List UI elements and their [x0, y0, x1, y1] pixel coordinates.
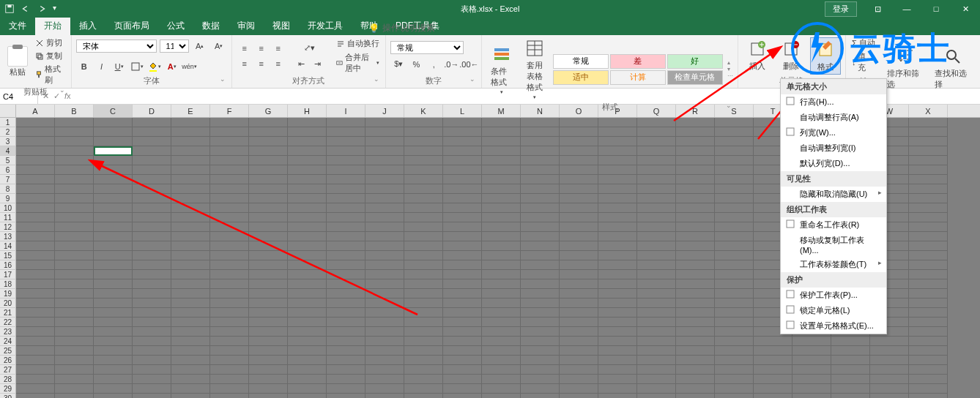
cell[interactable] — [482, 251, 521, 260]
cell[interactable] — [560, 384, 598, 394]
cell[interactable] — [404, 175, 443, 184]
cell[interactable] — [482, 213, 521, 222]
cell[interactable] — [133, 384, 171, 394]
cell[interactable] — [560, 356, 598, 365]
cell[interactable] — [55, 260, 94, 270]
col-header-F[interactable]: F — [210, 105, 249, 117]
cell[interactable] — [715, 137, 754, 146]
cell[interactable] — [249, 156, 288, 165]
font-size-select[interactable]: 11 — [160, 40, 189, 53]
cell[interactable] — [55, 384, 94, 394]
cell[interactable] — [365, 356, 404, 365]
font-name-select[interactable]: 宋体 — [76, 40, 157, 53]
cell[interactable] — [327, 346, 365, 356]
cell[interactable] — [598, 279, 637, 289]
tab-开始[interactable]: 开始 — [35, 17, 70, 35]
cell[interactable] — [171, 222, 210, 232]
cell[interactable] — [482, 356, 521, 365]
cell[interactable] — [637, 270, 676, 279]
cell[interactable] — [404, 260, 443, 270]
cell[interactable] — [792, 365, 831, 375]
cell[interactable] — [133, 289, 171, 298]
cell[interactable] — [55, 175, 94, 184]
cell[interactable] — [210, 118, 249, 127]
cell[interactable] — [404, 337, 443, 346]
cell[interactable] — [94, 318, 133, 327]
cell[interactable] — [870, 365, 909, 375]
cell[interactable] — [676, 251, 715, 260]
cell[interactable] — [171, 137, 210, 146]
cell[interactable] — [598, 146, 637, 156]
cell[interactable] — [55, 375, 94, 384]
cell[interactable] — [249, 165, 288, 175]
cell[interactable] — [676, 384, 715, 394]
cell[interactable] — [676, 270, 715, 279]
cell[interactable] — [637, 184, 676, 194]
cell[interactable] — [909, 175, 948, 184]
cell[interactable] — [210, 318, 249, 327]
cell[interactable] — [94, 165, 133, 175]
increase-indent-icon[interactable]: ⇥ — [310, 57, 326, 72]
cell[interactable] — [365, 194, 404, 203]
bold-button[interactable]: B — [76, 59, 92, 74]
cell[interactable] — [171, 156, 210, 165]
cell[interactable] — [288, 194, 327, 203]
cell[interactable] — [598, 165, 637, 175]
cell[interactable] — [598, 384, 637, 394]
cell[interactable] — [443, 213, 482, 222]
increase-font-icon[interactable]: A▴ — [192, 39, 208, 53]
cell[interactable] — [482, 298, 521, 308]
cell[interactable] — [16, 156, 55, 165]
cell[interactable] — [55, 308, 94, 318]
cell[interactable] — [171, 184, 210, 194]
cell[interactable] — [210, 270, 249, 279]
cell[interactable] — [560, 194, 598, 203]
cell[interactable] — [210, 327, 249, 337]
cell[interactable] — [365, 203, 404, 213]
cell[interactable] — [133, 118, 171, 127]
cell[interactable] — [365, 241, 404, 251]
gallery-more-icon[interactable]: ⋯ — [727, 72, 733, 79]
cell[interactable] — [598, 127, 637, 137]
tab-开发工具[interactable]: 开发工具 — [299, 17, 352, 35]
cell[interactable] — [637, 203, 676, 213]
row-header[interactable]: 10 — [0, 203, 16, 213]
cell[interactable] — [404, 137, 443, 146]
decrease-font-icon[interactable]: A▾ — [211, 39, 227, 53]
cell[interactable] — [521, 298, 560, 308]
cell[interactable] — [676, 146, 715, 156]
cell[interactable] — [288, 337, 327, 346]
cell[interactable] — [715, 127, 754, 137]
cell[interactable] — [327, 327, 365, 337]
cell[interactable] — [16, 137, 55, 146]
cell[interactable] — [909, 289, 948, 298]
cell[interactable] — [521, 308, 560, 318]
cell[interactable] — [133, 175, 171, 184]
cell[interactable] — [171, 241, 210, 251]
cell[interactable] — [560, 346, 598, 356]
cell[interactable] — [94, 118, 133, 127]
format-painter-button[interactable]: 格式刷 — [34, 63, 67, 86]
cell[interactable] — [55, 222, 94, 232]
cell[interactable] — [637, 251, 676, 260]
cell[interactable] — [327, 394, 365, 398]
cell[interactable] — [560, 394, 598, 398]
cell[interactable] — [171, 318, 210, 327]
cell[interactable] — [521, 289, 560, 298]
cell[interactable] — [55, 394, 94, 398]
merge-center-button[interactable]: 合并后居中▾ — [335, 51, 382, 75]
cell[interactable] — [55, 232, 94, 241]
cell[interactable] — [288, 365, 327, 375]
cell[interactable] — [443, 156, 482, 165]
cell[interactable] — [94, 394, 133, 398]
cell[interactable] — [676, 213, 715, 222]
row-header[interactable]: 26 — [0, 356, 16, 365]
cell[interactable] — [55, 137, 94, 146]
cell[interactable] — [598, 375, 637, 384]
cell[interactable] — [637, 260, 676, 270]
cell[interactable] — [327, 384, 365, 394]
cell[interactable] — [637, 213, 676, 222]
cell[interactable] — [909, 365, 948, 375]
cell[interactable] — [482, 279, 521, 289]
cell[interactable] — [94, 175, 133, 184]
